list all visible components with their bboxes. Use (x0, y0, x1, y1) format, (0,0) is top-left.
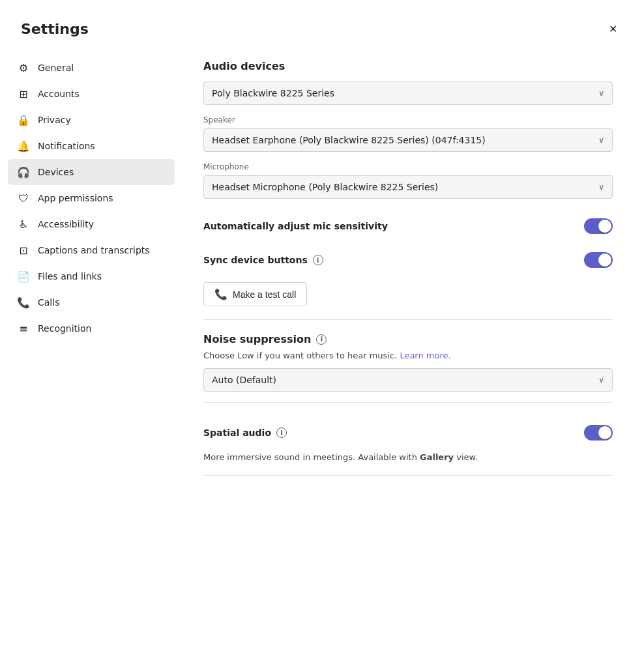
notifications-icon: 🔔 (17, 139, 30, 152)
calls-icon: 📞 (17, 296, 30, 309)
speaker-chevron-icon: ∨ (598, 136, 604, 145)
sidebar-item-accessibility[interactable]: ♿Accessibility (8, 211, 175, 237)
sidebar-item-app-permissions[interactable]: 🛡App permissions (8, 185, 175, 211)
header: Settings ✕ (0, 0, 644, 50)
auto-adjust-label: Automatically adjust mic sensitivity (203, 221, 388, 231)
page-title: Settings (21, 21, 89, 37)
sidebar-item-devices[interactable]: 🎧Devices (8, 159, 175, 185)
speaker-value: Headset Earphone (Poly Blackwire 8225 Se… (212, 135, 486, 145)
sidebar: ⚙General⊞Accounts🔒Privacy🔔Notifications🎧… (0, 50, 183, 651)
spatial-audio-desc: More immersive sound in meetings. Availa… (203, 452, 613, 462)
audio-device-value: Poly Blackwire 8225 Series (212, 88, 334, 98)
divider-2 (203, 402, 613, 403)
sync-device-row: Sync device buttons i (203, 243, 613, 277)
sidebar-item-label-captions: Captions and transcripts (38, 245, 150, 255)
sidebar-item-recognition[interactable]: ≡Recognition (8, 315, 175, 341)
sidebar-item-label-calls: Calls (38, 297, 59, 308)
sidebar-item-privacy[interactable]: 🔒Privacy (8, 107, 175, 133)
app-permissions-icon: 🛡 (17, 192, 30, 205)
accounts-icon: ⊞ (17, 87, 30, 100)
speaker-dropdown[interactable]: Headset Earphone (Poly Blackwire 8225 Se… (203, 128, 613, 152)
sidebar-item-label-app-permissions: App permissions (38, 193, 113, 203)
sidebar-item-label-notifications: Notifications (38, 141, 95, 151)
audio-device-dropdown-container: Poly Blackwire 8225 Series ∨ (203, 81, 613, 105)
sidebar-item-label-general: General (38, 63, 74, 73)
sync-device-toggle[interactable] (584, 252, 613, 268)
sidebar-item-calls[interactable]: 📞Calls (8, 289, 175, 315)
noise-suppression-dropdown-container: Auto (Default) ∨ (203, 368, 613, 392)
sidebar-item-label-files: Files and links (38, 271, 102, 282)
sync-device-info-icon[interactable]: i (313, 255, 323, 265)
sidebar-item-label-devices: Devices (38, 167, 74, 177)
test-call-label: Make a test call (233, 289, 296, 300)
close-button[interactable]: ✕ (602, 18, 623, 39)
audio-devices-title: Audio devices (203, 60, 613, 72)
spatial-audio-info-icon[interactable]: i (276, 427, 287, 438)
sync-device-label: Sync device buttons i (203, 255, 323, 265)
sidebar-item-label-accounts: Accounts (38, 89, 80, 99)
general-icon: ⚙ (17, 61, 30, 74)
accessibility-icon: ♿ (17, 218, 30, 231)
noise-suppression-desc: Choose Low if you want others to hear mu… (203, 351, 613, 360)
noise-suppression-section: Noise suppression i Choose Low if you wa… (203, 333, 613, 392)
divider-1 (203, 319, 613, 320)
audio-device-dropdown[interactable]: Poly Blackwire 8225 Series ∨ (203, 81, 613, 105)
test-call-icon: 📞 (214, 288, 227, 300)
spatial-audio-section: Spatial audio i More immersive sound in … (203, 416, 613, 462)
auto-adjust-row: Automatically adjust mic sensitivity (203, 209, 613, 243)
sidebar-item-accounts[interactable]: ⊞Accounts (8, 81, 175, 107)
spatial-audio-gallery: Gallery (420, 452, 454, 462)
recognition-icon: ≡ (17, 322, 30, 335)
spatial-audio-label: Spatial audio i (203, 427, 287, 438)
audio-device-chevron-icon: ∨ (598, 89, 604, 98)
auto-adjust-toggle[interactable] (584, 218, 613, 234)
microphone-dropdown[interactable]: Headset Microphone (Poly Blackwire 8225 … (203, 175, 613, 199)
speaker-dropdown-container: Speaker Headset Earphone (Poly Blackwire… (203, 115, 613, 152)
sidebar-item-captions[interactable]: ⊡Captions and transcripts (8, 237, 175, 263)
main-content: Audio devices Poly Blackwire 8225 Series… (183, 50, 644, 651)
noise-title-row: Noise suppression i (203, 333, 613, 345)
noise-suppression-title: Noise suppression (203, 333, 311, 345)
noise-suppression-chevron-icon: ∨ (598, 375, 604, 384)
speaker-label: Speaker (203, 115, 613, 124)
sidebar-item-general[interactable]: ⚙General (8, 55, 175, 81)
sidebar-item-notifications[interactable]: 🔔Notifications (8, 133, 175, 159)
sidebar-item-files[interactable]: 📄Files and links (8, 263, 175, 289)
sidebar-item-label-privacy: Privacy (38, 115, 71, 125)
test-call-button[interactable]: 📞 Make a test call (203, 282, 307, 306)
settings-window: Settings ✕ ⚙General⊞Accounts🔒Privacy🔔Not… (0, 0, 644, 651)
noise-suppression-info-icon[interactable]: i (316, 334, 327, 345)
noise-suppression-dropdown[interactable]: Auto (Default) ∨ (203, 368, 613, 392)
spatial-audio-toggle[interactable] (584, 425, 613, 441)
privacy-icon: 🔒 (17, 113, 30, 126)
noise-suppression-value: Auto (Default) (212, 375, 276, 385)
spatial-audio-row: Spatial audio i (203, 416, 613, 450)
learn-more-link[interactable]: Learn more. (400, 351, 450, 360)
sidebar-item-label-recognition: Recognition (38, 323, 91, 334)
microphone-chevron-icon: ∨ (598, 182, 604, 192)
content-area: ⚙General⊞Accounts🔒Privacy🔔Notifications🎧… (0, 50, 644, 651)
sidebar-item-label-accessibility: Accessibility (38, 219, 94, 229)
divider-3 (203, 475, 613, 476)
microphone-label: Microphone (203, 162, 613, 171)
files-icon: 📄 (17, 270, 30, 283)
microphone-value: Headset Microphone (Poly Blackwire 8225 … (212, 182, 438, 192)
microphone-dropdown-container: Microphone Headset Microphone (Poly Blac… (203, 162, 613, 199)
captions-icon: ⊡ (17, 244, 30, 257)
devices-icon: 🎧 (17, 166, 30, 179)
